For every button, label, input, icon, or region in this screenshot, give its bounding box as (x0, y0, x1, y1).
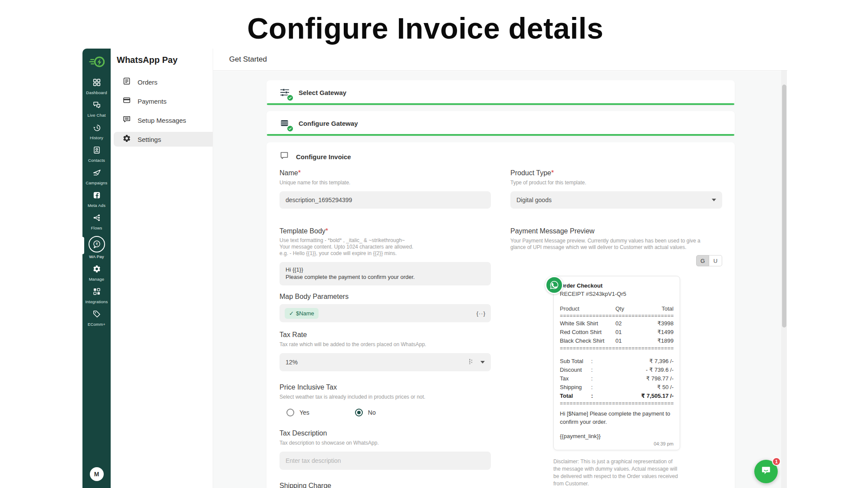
scrollbar-track[interactable] (781, 71, 787, 488)
credit-card-icon (122, 96, 131, 106)
message-icon (122, 115, 131, 125)
wa-pay-icon: ₹ (89, 236, 105, 252)
template-body-helpers: Use text formatting - *bold* , _italic_ … (279, 237, 491, 257)
code-braces-icon[interactable]: {··} (477, 310, 486, 317)
product-type-helper: Type of product for this template. (510, 180, 722, 186)
sidebar-item-history[interactable]: History (82, 123, 111, 140)
chevron-down-icon (480, 361, 485, 364)
map-params-field[interactable]: ✓$Name {··} (279, 304, 491, 322)
receipt-card: Order Checkout RECEIPT #S243kpV1-Qr5 Pro… (553, 276, 680, 450)
sidebar-item-contacts[interactable]: Contacts (82, 146, 111, 163)
product-type-select[interactable]: Digital goods (510, 191, 722, 209)
radio-no[interactable] (355, 409, 363, 416)
tag-icon (92, 310, 101, 320)
receipt-total-row: Shipping:₹ 50 /- (560, 383, 674, 392)
receipt-totals: Sub Total:₹ 7,396 /- Discount:- ₹ 739.6 … (560, 357, 674, 400)
sidebar-item-meta-ads[interactable]: Meta Ads (82, 191, 111, 208)
page-title: Configure Invoice details (217, 11, 634, 45)
receipt-item-row: White Silk Shirt 02 ₹3998 (560, 319, 674, 328)
shipping-charge-label: Shipping Charge (279, 482, 491, 488)
chat-bubble-icon (760, 465, 772, 478)
tax-rate-helper: Tax rate which will be added to the orde… (279, 341, 491, 348)
sidebar-item-flows[interactable]: Flows (82, 213, 111, 230)
receipt-title: Order Checkout (560, 282, 674, 290)
dashboard-icon (92, 78, 101, 88)
preview-label: Payment Message Preview (510, 227, 722, 235)
menu-item-orders[interactable]: Orders (114, 75, 213, 89)
message-square-icon (279, 151, 289, 162)
tax-description-input[interactable] (279, 452, 491, 470)
facebook-icon (92, 191, 101, 201)
tax-rate-select[interactable]: 12% (279, 353, 491, 371)
receipt-total-row: Discount:- ₹ 739.6 /- (560, 366, 674, 374)
icon-sidebar: Dashboard Live Chat History (82, 49, 111, 488)
brand-logo-icon[interactable] (89, 53, 105, 71)
receipt-payment-link: {{payment_link}} (560, 432, 674, 440)
step-label: Configure Gateway (299, 120, 358, 127)
preview-helper: Your Payment Message preview. Currently … (510, 238, 715, 251)
price-inclusive-tax-helper: Select weather tax is already included i… (279, 394, 491, 400)
name-helper: Unique name for this template. (279, 180, 491, 186)
sidebar-item-integrations[interactable]: Integrations (82, 287, 111, 304)
tax-description-label: Tax Description (279, 429, 491, 437)
sidebar-item-live-chat[interactable]: Live Chat (82, 101, 111, 118)
integrations-icon (92, 287, 101, 298)
contacts-icon (92, 146, 101, 156)
receipt-separator: ========================================… (560, 400, 674, 407)
whatsapp-icon (545, 276, 563, 294)
menu-item-payments[interactable]: Payments (114, 94, 213, 108)
product-type-label: Product Type* (510, 169, 722, 177)
live-chat-icon (92, 101, 101, 111)
payment-preview: Order Checkout RECEIPT #S243kpV1-Qr5 Pro… (510, 276, 722, 488)
receipt-grand-total-row: Total:₹ 7,505.17 /- (560, 392, 674, 400)
notification-badge: 1 (772, 457, 781, 466)
sidebar-item-dashboard[interactable]: Dashboard (82, 78, 111, 95)
price-inclusive-tax-label: Price Inclusive Tax (279, 383, 491, 391)
step-configure-gateway[interactable]: Configure Gateway (266, 111, 735, 136)
name-label: Name* (279, 169, 491, 177)
campaigns-icon (92, 168, 101, 179)
content-body: Select Gateway Configure Gateway (213, 71, 782, 488)
user-avatar[interactable]: M (90, 467, 104, 481)
list-icon (469, 358, 474, 366)
svg-text:₹: ₹ (95, 242, 98, 246)
scrollbar-thumb[interactable] (782, 85, 786, 328)
receipt-timestamp: 04:39 pm (560, 441, 674, 446)
tax-rate-label: Tax Rate (279, 331, 491, 339)
configure-invoice-card: Configure Invoice Name* Unique name for … (266, 142, 735, 488)
receipt-header-row: Product Qty Total (560, 305, 674, 313)
preview-toggle-group: G U (510, 255, 722, 266)
flows-icon (92, 213, 101, 224)
radio-yes-label[interactable]: Yes (299, 409, 309, 416)
price-inclusive-tax-options: Yes No (279, 409, 491, 416)
history-icon (92, 123, 101, 134)
param-chip[interactable]: ✓$Name (285, 308, 319, 319)
receipt-separator: ========================================… (560, 345, 674, 352)
orders-icon (122, 77, 131, 87)
menu-item-settings[interactable]: Settings (114, 132, 213, 147)
menu-item-setup-messages[interactable]: Setup Messages (114, 113, 213, 128)
radio-yes[interactable] (286, 409, 294, 416)
step-progress-bar (267, 103, 734, 105)
receipt-total-row: Sub Total:₹ 7,396 /- (560, 357, 674, 366)
preview-toggle-g[interactable]: G (696, 255, 709, 266)
check-badge-icon (286, 125, 294, 132)
sidebar-item-campaigns[interactable]: Campaigns (82, 168, 111, 185)
receipt-message: Hi [$Name] Please complete the payment t… (560, 409, 674, 426)
settings-gear-icon (122, 134, 131, 144)
tax-description-helper: Tax description to showcase on WhatsApp. (279, 440, 491, 446)
gear-icon (92, 265, 101, 275)
radio-no-label[interactable]: No (368, 409, 376, 416)
name-input[interactable] (279, 191, 491, 209)
template-body-textarea[interactable]: Hi {{1}} Please complete the payment to … (279, 262, 491, 285)
check-badge-icon (286, 94, 294, 102)
preview-toggle-u[interactable]: U (709, 255, 722, 266)
sidebar-item-wa-pay[interactable]: ₹ WA Pay (82, 236, 111, 259)
map-params-label: Map Body Parameters (279, 293, 491, 301)
sidebar-item-manage[interactable]: Manage (82, 265, 111, 282)
sidebar-item-ecomm[interactable]: EComm+ (82, 310, 111, 327)
subsidebar-title: WhatsApp Pay (111, 49, 213, 65)
chevron-down-icon (712, 199, 716, 201)
step-select-gateway[interactable]: Select Gateway (266, 80, 735, 105)
receipt-separator: ========================================… (560, 313, 674, 319)
